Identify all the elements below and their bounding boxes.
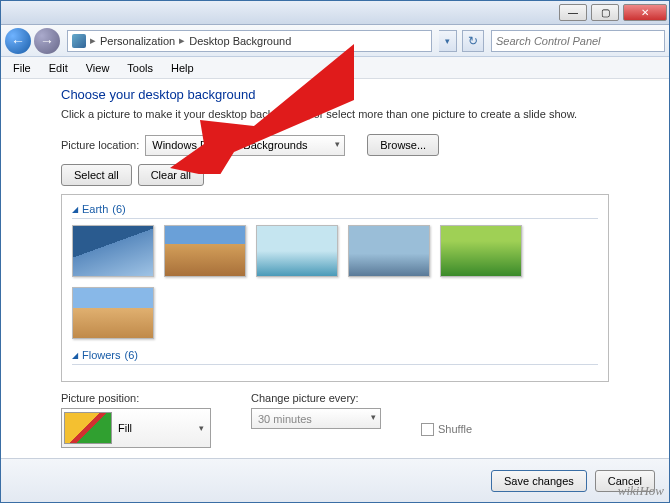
lower-options: Picture position: Fill Change picture ev… bbox=[61, 392, 609, 448]
window: — ▢ ✕ ← → ▸ Personalization ▸ Desktop Ba… bbox=[0, 0, 670, 503]
breadcrumb-item[interactable]: Personalization bbox=[100, 35, 175, 47]
change-interval-combo[interactable]: 30 minutes bbox=[251, 408, 381, 429]
menu-help[interactable]: Help bbox=[163, 60, 202, 76]
thumbnail-row bbox=[72, 225, 598, 339]
group-name: Earth bbox=[82, 203, 108, 215]
control-panel-icon bbox=[72, 34, 86, 48]
group-count: (6) bbox=[112, 203, 125, 215]
refresh-button[interactable]: ↻ bbox=[462, 30, 484, 52]
chevron-right-icon: ▸ bbox=[179, 34, 185, 47]
position-preview-icon bbox=[64, 412, 112, 444]
close-button[interactable]: ✕ bbox=[623, 4, 667, 21]
group-header-earth[interactable]: ◢ Earth (6) bbox=[72, 203, 598, 219]
chevron-right-icon: ▸ bbox=[90, 34, 96, 47]
selection-row: Select all Clear all bbox=[61, 164, 609, 186]
clear-all-button[interactable]: Clear all bbox=[138, 164, 204, 186]
menu-tools[interactable]: Tools bbox=[119, 60, 161, 76]
position-label: Picture position: bbox=[61, 392, 211, 404]
breadcrumb-item[interactable]: Desktop Background bbox=[189, 35, 291, 47]
group-count: (6) bbox=[125, 349, 138, 361]
nav-bar: ← → ▸ Personalization ▸ Desktop Backgrou… bbox=[1, 25, 669, 57]
titlebar: — ▢ ✕ bbox=[1, 1, 669, 25]
menu-view[interactable]: View bbox=[78, 60, 118, 76]
collapse-icon: ◢ bbox=[72, 351, 78, 360]
content-area: Choose your desktop background Click a p… bbox=[1, 79, 669, 458]
page-subtext: Click a picture to make it your desktop … bbox=[61, 108, 609, 120]
location-row: Picture location: Windows Desktop Backgr… bbox=[61, 134, 609, 156]
wallpaper-thumb[interactable] bbox=[256, 225, 338, 277]
select-all-button[interactable]: Select all bbox=[61, 164, 132, 186]
position-value: Fill bbox=[118, 422, 132, 434]
collapse-icon: ◢ bbox=[72, 205, 78, 214]
group-header-flowers[interactable]: ◢ Flowers (6) bbox=[72, 349, 598, 365]
wallpaper-thumb[interactable] bbox=[348, 225, 430, 277]
save-changes-button[interactable]: Save changes bbox=[491, 470, 587, 492]
change-interval-label: Change picture every: bbox=[251, 392, 381, 404]
page-heading: Choose your desktop background bbox=[61, 87, 609, 102]
location-combo[interactable]: Windows Desktop Backgrounds bbox=[145, 135, 345, 156]
address-dropdown[interactable]: ▾ bbox=[439, 30, 457, 52]
shuffle-label: Shuffle bbox=[438, 423, 472, 435]
menu-edit[interactable]: Edit bbox=[41, 60, 76, 76]
position-combo[interactable]: Fill bbox=[61, 408, 211, 448]
menu-bar: File Edit View Tools Help bbox=[1, 57, 669, 79]
forward-button[interactable]: → bbox=[34, 28, 60, 54]
wallpaper-thumb[interactable] bbox=[72, 225, 154, 277]
menu-file[interactable]: File bbox=[5, 60, 39, 76]
maximize-button[interactable]: ▢ bbox=[591, 4, 619, 21]
wallpaper-thumb[interactable] bbox=[72, 287, 154, 339]
footer: Save changes Cancel bbox=[1, 458, 669, 502]
shuffle-checkbox[interactable]: Shuffle bbox=[421, 410, 472, 448]
location-label: Picture location: bbox=[61, 139, 139, 151]
group-name: Flowers bbox=[82, 349, 121, 361]
address-bar[interactable]: ▸ Personalization ▸ Desktop Background bbox=[67, 30, 432, 52]
wallpaper-gallery: ◢ Earth (6) ◢ Flowers (6) bbox=[61, 194, 609, 382]
wallpaper-thumb[interactable] bbox=[440, 225, 522, 277]
back-button[interactable]: ← bbox=[5, 28, 31, 54]
browse-button[interactable]: Browse... bbox=[367, 134, 439, 156]
wallpaper-thumb[interactable] bbox=[164, 225, 246, 277]
search-input[interactable] bbox=[491, 30, 665, 52]
checkbox-icon bbox=[421, 423, 434, 436]
watermark: wikiHow bbox=[618, 483, 664, 499]
minimize-button[interactable]: — bbox=[559, 4, 587, 21]
